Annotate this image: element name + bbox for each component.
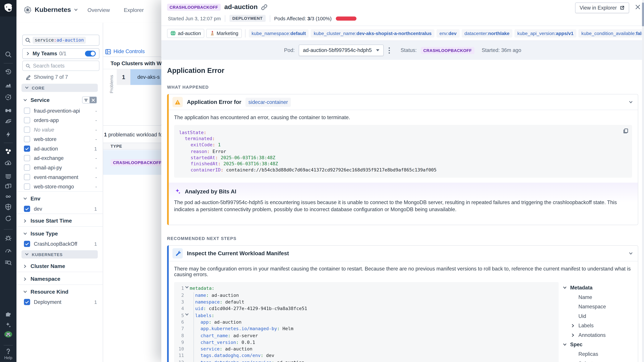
rail-gauge-icon[interactable] xyxy=(0,246,16,254)
user-avatar[interactable] xyxy=(0,330,16,338)
query-token[interactable]: service:ad-auction xyxy=(32,37,86,44)
facet-search-input[interactable]: Search facets xyxy=(22,61,100,71)
container-chip[interactable]: sidecar-container xyxy=(246,97,291,107)
checkbox[interactable] xyxy=(24,155,30,161)
tag-chip[interactable]: kube_cluster_name:dev-aks-shopist-a-nort… xyxy=(311,29,434,37)
facet-item-orders-app[interactable]: orders-app- xyxy=(16,115,103,125)
rail-search-icon[interactable] xyxy=(0,50,16,58)
datadog-logo[interactable] xyxy=(0,0,16,16)
rail-apm-target-icon[interactable] xyxy=(0,93,16,101)
chevron-down-icon[interactable] xyxy=(562,286,568,290)
entity-chip-ad-auction[interactable]: ad-auction xyxy=(167,29,204,38)
tag-chip[interactable]: kube_api_version:apps/v1 xyxy=(514,29,576,37)
rail-profiling-search-icon[interactable] xyxy=(0,258,16,267)
rail-software-windows-icon[interactable] xyxy=(0,182,16,190)
clear-filter-icon[interactable] xyxy=(90,97,96,103)
chevron-right-icon[interactable] xyxy=(570,324,576,328)
panel-scrollbar[interactable] xyxy=(642,0,644,362)
tab-overview[interactable]: Overview xyxy=(88,7,110,13)
checkbox[interactable] xyxy=(24,184,30,190)
tab-explorer[interactable]: Explorer xyxy=(124,7,144,13)
chevron-right-icon[interactable] xyxy=(570,333,576,337)
chevron-down-icon[interactable] xyxy=(629,251,633,256)
tree-item-spec[interactable]: Spec xyxy=(562,340,632,350)
permalink-icon[interactable] xyxy=(261,4,268,10)
checkbox[interactable] xyxy=(24,145,30,152)
filter-icon[interactable] xyxy=(82,97,90,103)
facet-item-web-store[interactable]: web-store- xyxy=(16,134,103,144)
facet-header-namespace[interactable]: Namespace xyxy=(16,272,103,284)
tag-chip[interactable]: kube_condition_available:false xyxy=(578,29,644,37)
chevron-down-icon[interactable] xyxy=(562,343,568,347)
tree-item-namespace[interactable]: Namespace xyxy=(562,302,632,312)
my-teams-filter[interactable]: My Teams 0/1 xyxy=(22,48,100,59)
checkbox[interactable] xyxy=(24,174,30,180)
facet-item-no-value[interactable]: No value- xyxy=(16,125,103,134)
app-switcher[interactable]: Kubernetes xyxy=(24,6,78,14)
facet-header-cluster-name[interactable]: Cluster Name xyxy=(16,259,103,272)
facet-showing-row[interactable]: Showing 7 of 7 xyxy=(26,74,68,80)
close-icon[interactable] xyxy=(635,4,641,10)
facet-item-email-api-py[interactable]: email-api-py- xyxy=(16,163,103,172)
hide-controls-button[interactable]: Hide Controls xyxy=(105,49,145,54)
my-teams-toggle[interactable] xyxy=(85,51,96,56)
rail-integrations-puzzle-icon[interactable] xyxy=(0,310,16,318)
checkbox[interactable] xyxy=(24,299,30,305)
facet-header-issue-type[interactable]: Issue Type xyxy=(16,226,103,239)
rail-cloud-cost-icon[interactable] xyxy=(0,159,16,167)
section-band-core[interactable]: CORE xyxy=(22,84,98,92)
facet-item-dev[interactable]: dev1 xyxy=(16,204,103,214)
tree-item-name[interactable]: Name xyxy=(562,293,632,302)
facet-header-issue-start-time[interactable]: Issue Start Time xyxy=(16,214,103,226)
rail-ci-infinity-icon[interactable] xyxy=(0,193,16,201)
rail-watchdog-binoculars-icon[interactable] xyxy=(0,106,16,114)
chevron-down-icon[interactable] xyxy=(629,100,633,104)
rail-quick-bolt-icon[interactable] xyxy=(0,130,16,138)
facet-header-resource-kind[interactable]: Resource Kind xyxy=(16,284,103,297)
rail-containers-hexagons-icon[interactable] xyxy=(0,147,16,155)
facet-item-ad-auction[interactable]: ad-auction1 xyxy=(16,144,103,153)
entity-chip-marketing[interactable]: Marketing xyxy=(206,29,242,38)
facet-header-env[interactable]: Env xyxy=(16,191,103,204)
facet-item-deployment[interactable]: Deployment1 xyxy=(16,297,103,307)
collapse-caret-icon[interactable] xyxy=(184,312,190,319)
rail-logs-icon[interactable] xyxy=(0,172,16,180)
facet-item-web-store-mongo[interactable]: web-store-mongo- xyxy=(16,182,103,191)
checkbox[interactable] xyxy=(24,108,30,114)
kebab-menu-icon[interactable] xyxy=(388,47,391,53)
checkbox[interactable] xyxy=(24,136,30,142)
workload-table-row[interactable]: CRASHLOOPBACKOFF xyxy=(103,150,161,175)
rail-dashboards-layers-icon[interactable] xyxy=(0,117,16,125)
section-band-kubernetes[interactable]: KUBERNETES xyxy=(22,250,98,258)
rail-recent-history-icon[interactable] xyxy=(0,67,16,76)
facet-item-fraud-prevention-api[interactable]: fraud-prevention-api- xyxy=(16,106,103,115)
search-query-input[interactable]: service:ad-auction xyxy=(22,35,100,46)
rail-sync-star-icon[interactable] xyxy=(0,214,16,223)
tree-item-annotations[interactable]: Annotations xyxy=(562,330,632,340)
tree-item-metadata[interactable]: Metadata xyxy=(562,283,632,293)
checkbox[interactable] xyxy=(24,165,30,171)
rail-metrics-icon[interactable] xyxy=(0,80,16,89)
copy-icon[interactable] xyxy=(623,128,628,134)
rail-security-shield-icon[interactable] xyxy=(0,203,16,211)
checkbox[interactable] xyxy=(24,126,30,133)
checkbox[interactable] xyxy=(24,117,30,123)
tag-chip[interactable]: kube_namespace:default xyxy=(249,29,309,37)
facet-header-service[interactable]: Service xyxy=(16,93,103,106)
tree-item-uid[interactable]: Uid xyxy=(562,311,632,321)
checkbox[interactable] xyxy=(24,206,30,212)
rail-help-icon[interactable] xyxy=(0,347,16,355)
checkbox[interactable] xyxy=(24,241,30,247)
pod-select[interactable]: ad-auction-5bf997954c-hdph5 xyxy=(299,44,384,56)
tag-chip[interactable]: env:dev xyxy=(436,29,460,37)
tree-item-replicas[interactable]: Replicas xyxy=(562,350,632,359)
facet-item-crashloopbackoff[interactable]: CrashLoopBackOff1 xyxy=(16,239,103,249)
rail-bits-ai-sparkles-icon[interactable] xyxy=(0,321,16,329)
tree-item-selector[interactable]: Selector xyxy=(562,359,632,362)
rail-error-tracking-bug-icon[interactable] xyxy=(0,234,16,242)
facet-item-event-management[interactable]: event-management- xyxy=(16,172,103,182)
tag-chip[interactable]: datacenter:northlake xyxy=(462,29,512,37)
facet-item-ad-exchange[interactable]: ad-exchange- xyxy=(16,153,103,163)
tree-item-labels[interactable]: Labels xyxy=(562,321,632,331)
collapse-caret-icon[interactable] xyxy=(184,285,190,292)
